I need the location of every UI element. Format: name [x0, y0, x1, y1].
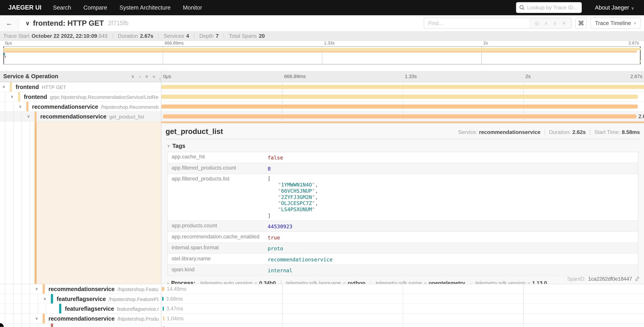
double-chevron-right-icon[interactable]: » [152, 74, 155, 79]
span-row[interactable]: featureflagservicefeatureflagservice.rep… [0, 304, 644, 314]
view-selector-button[interactable]: Trace Timeline∨ [590, 18, 641, 29]
link-icon[interactable] [634, 276, 640, 282]
span-duration-bar[interactable] [164, 326, 164, 327]
span-timeline-cell[interactable]: 1.04ms [161, 314, 644, 323]
collapse-all-icon[interactable]: ∨ [131, 74, 134, 79]
span-timeline-cell[interactable]: 2.62s [161, 112, 644, 121]
locate-icon[interactable]: ◎ [535, 20, 539, 26]
collapse-chevron-icon[interactable]: ∨ [35, 284, 38, 294]
span-timeline-cell[interactable]: 14.49ms [161, 284, 644, 294]
nav-item-system-architecture[interactable]: System Architecture [119, 4, 170, 11]
span-duration-bar[interactable] [163, 114, 636, 118]
nav-item-compare[interactable]: Compare [84, 4, 107, 11]
back-button[interactable]: ← [0, 15, 19, 32]
prev-match-icon[interactable]: ∧ [544, 20, 548, 26]
span-name-cell[interactable]: ∨frontendHTTP GET [0, 82, 161, 92]
span-name-cell[interactable] [0, 324, 161, 327]
trace-collapse-chevron-icon[interactable]: ∨ [26, 20, 30, 26]
clear-icon[interactable]: ✕ [562, 20, 566, 26]
span-timeline-cell[interactable]: 3.68ms [161, 294, 644, 304]
chevron-right-icon[interactable]: › [167, 280, 169, 284]
trace-minimap[interactable] [3, 46, 641, 64]
about-jaeger-menu[interactable]: About Jaeger∨ [595, 4, 634, 11]
tags-section-toggle[interactable]: ∨ Tags [167, 143, 644, 149]
span-duration-bar[interactable] [161, 85, 644, 89]
total-spans-value: 20 [259, 33, 265, 39]
span-timeline-cell[interactable] [161, 82, 644, 92]
tick-label: 1.33s [324, 40, 334, 46]
minimap-span-bar [3, 50, 637, 52]
collapse-chevron-icon[interactable]: ∨ [44, 294, 46, 304]
span-name-cell[interactable]: ∨recommendationservice/hipstershop.Featu… [0, 284, 161, 294]
span-duration-bar[interactable] [161, 95, 638, 99]
tag-row[interactable]: app.filtered_products.count8 [168, 163, 638, 174]
trace-id-search-input[interactable]: Lookup by Trace ID... [516, 2, 582, 13]
span-duration-bar[interactable] [163, 306, 164, 310]
span-duration-bar[interactable] [161, 104, 638, 108]
process-label[interactable]: Process: [171, 280, 196, 284]
collapse-chevron-icon[interactable]: ∨ [2, 82, 5, 92]
operation-name: /hipstershop.ProductCatalogSer... [118, 316, 159, 322]
gridline [282, 294, 282, 304]
expand-all-icon[interactable]: ⩔ [145, 74, 148, 80]
total-spans-label: Total Spans [229, 33, 257, 39]
gridline [523, 324, 524, 327]
keyboard-shortcuts-button[interactable]: ⌘ [575, 18, 587, 29]
collapse-chevron-icon[interactable]: ∨ [27, 112, 30, 121]
divider [224, 33, 224, 38]
chevron-right-icon[interactable]: › [139, 74, 141, 79]
gridline [282, 284, 282, 294]
tick-label: 666.89ms [284, 71, 306, 82]
tag-row[interactable]: app.cache_hitfalse [168, 152, 638, 163]
span-timeline-cell[interactable] [161, 92, 644, 102]
tag-key: app.products.count [168, 220, 264, 232]
span-row[interactable]: ∨recommendationservice/hipstershop.Featu… [0, 284, 644, 294]
tag-row[interactable]: app.filtered_products.list["1YMWWN1N4O",… [168, 174, 638, 220]
span-row[interactable]: ∨frontendgrpc.hipstershop.Recommendation… [0, 92, 644, 102]
span-duration-bar[interactable] [162, 297, 163, 301]
span-row[interactable]: ∨frontendHTTP GET [0, 82, 644, 92]
span-name-cell[interactable]: featureflagservicefeatureflagservice.rep… [0, 304, 161, 314]
span-timeline-cell[interactable] [161, 102, 644, 112]
tree-controls: ∨›⩔» [131, 71, 155, 82]
span-name-cell[interactable]: ∨recommendationservice/hipstershop.Recom… [0, 102, 161, 112]
span-id-row: SpanID: 1ca2262df0e18447 [567, 276, 640, 282]
span-duration-bar[interactable] [162, 287, 164, 291]
nav-item-search[interactable]: Search [53, 4, 71, 11]
span-row[interactable] [0, 324, 644, 327]
brand-logo[interactable]: JAEGER UI [8, 4, 42, 11]
collapse-chevron-icon[interactable]: ∨ [11, 92, 14, 102]
span-name-cell[interactable]: ∨recommendationserviceget_product_list [0, 112, 161, 121]
span-row[interactable]: ∨recommendationservice/hipstershop.Recom… [0, 102, 644, 112]
collapse-chevron-icon[interactable]: ∨ [35, 314, 38, 323]
chevron-down-icon: ∨ [631, 6, 634, 10]
span-name-cell[interactable]: ∨frontendgrpc.hipstershop.Recommendation… [0, 92, 161, 102]
indent-guide [46, 304, 46, 314]
nav-item-monitor[interactable]: Monitor [183, 4, 202, 11]
tag-row[interactable]: app.recommendation.cache_enabledtrue [168, 232, 638, 243]
indent-guide [5, 102, 5, 112]
span-name-cell[interactable]: ∨featureflagservice/hipstershop.FeatureF… [0, 294, 161, 304]
collapse-chevron-icon[interactable]: ∨ [19, 102, 22, 111]
indent-guide [13, 324, 14, 327]
span-name-cell[interactable]: ∨recommendationservice/hipstershop.Produ… [0, 314, 161, 323]
tag-row[interactable]: internal.span.formatproto [168, 242, 638, 254]
indent-guide [21, 324, 22, 327]
tag-row[interactable]: app.products.count44530923 [168, 220, 638, 232]
tag-row[interactable]: span.kindinternal [168, 264, 638, 276]
column-resizer-handle[interactable]: ‖ [159, 77, 161, 82]
span-timeline-cell[interactable]: 3.47ms [161, 304, 644, 314]
span-name-label: frontendHTTP GET [16, 82, 159, 92]
span-row[interactable]: ∨recommendationservice/hipstershop.Produ… [0, 314, 644, 324]
span-row[interactable]: ∨recommendationserviceget_product_list2.… [0, 112, 644, 122]
find-input[interactable]: Find... [424, 18, 529, 28]
span-name-label: featureflagservicefeatureflagservice.rep… [65, 304, 159, 314]
span-timeline-cell[interactable] [161, 324, 644, 327]
trace-header-controls: Find... ◎ ∧ ∨ ✕ ⌘ Trace Timeline∨ [424, 18, 641, 29]
tag-row[interactable]: otel.library.namerecommendationservice [168, 254, 638, 265]
span-row[interactable]: ∨featureflagservice/hipstershop.FeatureF… [0, 294, 644, 304]
next-match-icon[interactable]: ∨ [553, 20, 557, 26]
divider [158, 33, 159, 38]
span-duration-bar[interactable] [163, 316, 164, 320]
tag-key: internal.span.format [168, 242, 264, 254]
